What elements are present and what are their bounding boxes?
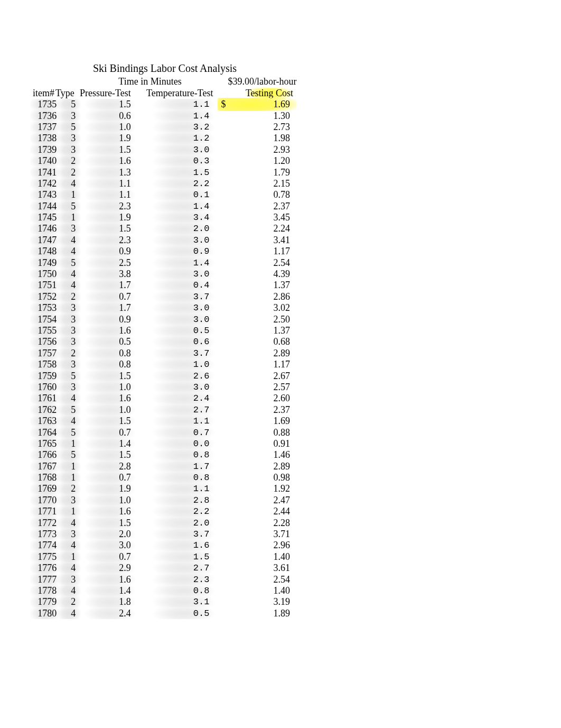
table-row: 177642.92.73.61 xyxy=(30,563,300,574)
table-row: 176141.62.42.60 xyxy=(30,393,300,404)
cell-cost: 0.91 xyxy=(229,438,300,449)
cell-temp: 3.0 xyxy=(142,314,221,325)
cell-type: 2 xyxy=(60,155,79,167)
cell-type: 2 xyxy=(60,348,79,359)
cell-type: 1 xyxy=(60,461,79,472)
cell-item: 1751 xyxy=(30,280,60,291)
cell-currency xyxy=(221,348,229,359)
table-row: 176450.70.70.88 xyxy=(30,427,300,438)
table-row: 177731.62.32.54 xyxy=(30,574,300,585)
cell-item: 1758 xyxy=(30,359,60,370)
cell-item: 1754 xyxy=(30,314,60,325)
cell-pressure: 0.9 xyxy=(79,314,141,325)
cell-type: 3 xyxy=(60,382,79,393)
cell-pressure: 0.5 xyxy=(79,336,141,347)
cell-currency xyxy=(221,529,229,540)
table-row: 176251.02.72.37 xyxy=(30,404,300,416)
cell-pressure: 1.8 xyxy=(79,596,141,607)
cell-temp: 3.7 xyxy=(142,291,221,302)
cell-temp: 2.0 xyxy=(142,517,221,528)
cell-type: 3 xyxy=(60,133,79,144)
cell-temp: 0.8 xyxy=(142,472,221,483)
cell-pressure: 1.7 xyxy=(79,280,141,291)
cell-type: 4 xyxy=(60,246,79,257)
cell-item: 1778 xyxy=(30,585,60,596)
cell-item: 1779 xyxy=(30,596,60,607)
cell-item: 1760 xyxy=(30,382,60,393)
table-row: 176341.51.11.69 xyxy=(30,416,300,427)
cell-pressure: 1.7 xyxy=(79,302,141,314)
super-header-row: Time in Minutes $39.00/labor-hour xyxy=(30,76,321,87)
cell-item: 1761 xyxy=(30,393,60,404)
cell-temp: 2.6 xyxy=(142,370,221,381)
super-header-time: Time in Minutes xyxy=(79,76,221,87)
cell-currency xyxy=(221,212,229,223)
cell-type: 3 xyxy=(60,110,79,121)
table-row: 173831.91.21.98 xyxy=(30,133,300,144)
cell-type: 4 xyxy=(60,540,79,551)
cell-cost: 1.17 xyxy=(229,246,300,257)
cell-type: 2 xyxy=(60,483,79,494)
cell-cost: 3.41 xyxy=(229,235,300,246)
cell-cost: 0.88 xyxy=(229,427,300,438)
cell-item: 1763 xyxy=(30,416,60,427)
table-row: 177841.40.81.40 xyxy=(30,585,300,596)
cell-item: 1769 xyxy=(30,483,60,494)
cell-pressure: 0.7 xyxy=(79,427,141,438)
cell-item: 1735 xyxy=(30,99,60,110)
report: Ski Bindings Labor Cost Analysis Time in… xyxy=(30,62,321,619)
cell-currency xyxy=(221,155,229,167)
cell-temp: 2.7 xyxy=(142,404,221,416)
cell-pressure: 0.8 xyxy=(79,348,141,359)
cell-pressure: 1.4 xyxy=(79,438,141,449)
cell-cost: 1.92 xyxy=(229,483,300,494)
cell-pressure: 1.5 xyxy=(79,370,141,381)
cell-type: 3 xyxy=(60,302,79,314)
table-row: 174840.90.91.17 xyxy=(30,246,300,257)
cell-cost: 1.69 xyxy=(229,416,300,427)
cell-pressure: 0.7 xyxy=(79,551,141,563)
cell-item: 1771 xyxy=(30,506,60,517)
cell-temp: 2.2 xyxy=(142,178,221,189)
cell-temp: 3.0 xyxy=(142,302,221,314)
table-row: 174452.31.42.37 xyxy=(30,201,300,212)
cell-temp: 2.2 xyxy=(142,506,221,517)
cell-item: 1772 xyxy=(30,517,60,528)
cell-cost: 3.61 xyxy=(229,563,300,574)
cell-type: 4 xyxy=(60,269,79,280)
cell-cost: 2.47 xyxy=(229,495,300,506)
cell-item: 1746 xyxy=(30,223,60,234)
table-row: 178042.40.51.89 xyxy=(30,608,300,619)
cell-pressure: 1.5 xyxy=(79,144,141,155)
cell-item: 1745 xyxy=(30,212,60,223)
cell-temp: 0.0 xyxy=(142,438,221,449)
cell-currency xyxy=(221,393,229,404)
cell-temp: 3.1 xyxy=(142,596,221,607)
cell-currency xyxy=(221,280,229,291)
cell-currency xyxy=(221,370,229,381)
cell-cost: 2.93 xyxy=(229,144,300,155)
cell-cost: 3.02 xyxy=(229,302,300,314)
col-header-pressure: Pressure-Test xyxy=(78,88,136,99)
data-table: 173551.51.1$1.69173630.61.41.30173751.03… xyxy=(30,99,300,619)
col-header-type: Type xyxy=(54,88,78,99)
cell-cost: 0.98 xyxy=(229,472,300,483)
table-row: 175630.50.60.68 xyxy=(30,336,300,347)
cell-cost: 1.98 xyxy=(229,133,300,144)
cell-currency xyxy=(221,235,229,246)
cell-item: 1756 xyxy=(30,336,60,347)
cell-temp: 3.0 xyxy=(142,382,221,393)
table-row: 175531.60.51.37 xyxy=(30,325,300,336)
cell-type: 1 xyxy=(60,189,79,200)
cell-type: 5 xyxy=(60,122,79,133)
cell-type: 1 xyxy=(60,551,79,563)
cell-pressure: 2.4 xyxy=(79,608,141,619)
table-row: 175830.81.01.17 xyxy=(30,359,300,370)
cell-temp: 2.0 xyxy=(142,223,221,234)
cell-cost: 2.24 xyxy=(229,223,300,234)
cell-type: 5 xyxy=(60,404,79,416)
cell-item: 1748 xyxy=(30,246,60,257)
cell-cost: 2.37 xyxy=(229,201,300,212)
table-row: 176511.40.00.91 xyxy=(30,438,300,449)
cell-type: 3 xyxy=(60,325,79,336)
